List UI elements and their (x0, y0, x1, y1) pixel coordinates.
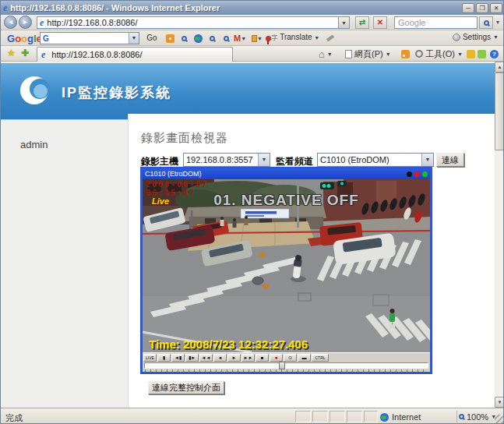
fast-forward-button[interactable]: ►► (241, 354, 255, 362)
tab-favicon: e (41, 50, 45, 59)
capture-button[interactable]: ▬ (298, 354, 311, 362)
content-panel: 錄影畫面檢視器 錄影主機 192.168.0.8:3557 ▼ 監看頻道 C10… (128, 114, 495, 408)
scroll-down-button[interactable]: ▼ (495, 397, 504, 408)
vertical-scrollbar[interactable]: ▲ ▼ (495, 62, 504, 408)
settings-orb-icon (453, 34, 460, 41)
step-forward-button[interactable]: ▮► (185, 354, 199, 362)
video-player: C1010 (EtroDOM) (140, 167, 432, 374)
seek-thumb[interactable] (279, 362, 285, 369)
help-menu-button[interactable]: ? (490, 48, 499, 60)
channel-select-arrow-icon[interactable]: ▼ (421, 154, 433, 166)
status-cell (330, 411, 345, 422)
url-field[interactable]: e http://192.168.0.8:8086/ (37, 16, 339, 29)
search-options-button[interactable]: ▼ (494, 16, 502, 29)
word-find-icon[interactable] (220, 34, 231, 43)
seek-track[interactable] (144, 362, 428, 369)
messenger-icon (467, 50, 475, 58)
scroll-thumb[interactable] (495, 72, 504, 150)
add-favorite-icon[interactable]: ✚ (21, 48, 29, 58)
google-logo: Google (7, 33, 42, 44)
tab-bar: ★ ✚ e http://192.168.0.8:8086/ ⌂▼ 網頁(P)▼… (1, 46, 504, 62)
edit-icon (478, 50, 486, 58)
close-button[interactable]: ✕ (490, 3, 502, 13)
favorites-star-icon[interactable]: ★ (7, 48, 16, 58)
home-button[interactable]: ⌂▼ (319, 48, 333, 60)
title-bar: e http://192.168.0.8:8086/ - Windows Int… (1, 1, 504, 15)
player-title: C1010 (EtroDOM) (145, 170, 202, 178)
zoom-button[interactable]: ⊙ (284, 354, 297, 362)
scroll-up-button[interactable]: ▲ (495, 62, 504, 72)
bookmarks-icon[interactable]: ▼ (252, 34, 263, 43)
google-search-dropdown[interactable]: ▼ (129, 33, 139, 44)
gmail-icon[interactable]: M▼ (234, 34, 245, 43)
messenger-button[interactable] (467, 48, 475, 60)
window-title: http://192.168.0.8:8086/ - Windows Inter… (10, 3, 462, 12)
help-icon: ? (490, 50, 499, 58)
rewind-button[interactable]: ◄◄ (199, 354, 213, 362)
sidebar-username: admin (20, 139, 48, 150)
translate-icon: a字 (268, 34, 277, 41)
url-text: http://192.168.0.8:8086/ (47, 18, 137, 27)
video-display: 2008-06-07 06:45:47 Live 01. NEGATIVE OF… (143, 179, 430, 352)
stop-playback-button[interactable]: ■ (256, 354, 269, 362)
zoom-level: 100% (467, 412, 488, 422)
gear-icon (415, 50, 423, 58)
minimize-button[interactable]: ─ (462, 3, 474, 13)
highlight-search-icon[interactable] (206, 34, 217, 43)
status-led-red (414, 171, 420, 177)
resize-grip[interactable] (495, 415, 504, 424)
tab-title: http://192.168.0.8:8086/ (51, 50, 142, 59)
highlighter-icon[interactable] (325, 34, 336, 43)
full-control-button[interactable]: 連線完整控制介面 (148, 381, 224, 394)
google-earth-icon[interactable] (192, 34, 203, 43)
record-button[interactable]: ● (270, 354, 283, 362)
status-cell (312, 411, 328, 422)
tools-menu-button[interactable]: 工具(O)▼ (415, 48, 463, 60)
google-toolbar: Google G ▼ Go M▼ ▼ a字 Translate ▼ Settin… (1, 30, 504, 46)
ie-icon: e (3, 3, 7, 12)
internet-zone-icon (380, 413, 389, 422)
back-button[interactable]: ◄ (4, 16, 17, 29)
zoom-magnifier-icon (459, 414, 464, 419)
forward-button[interactable]: ► (19, 16, 32, 29)
live-button[interactable]: LIVE (143, 354, 157, 362)
pause-button[interactable]: ▮ (157, 354, 171, 362)
edit-button[interactable] (478, 48, 486, 60)
player-title-bar: C1010 (EtroDOM) (143, 169, 430, 179)
status-cell (295, 411, 311, 422)
status-led-green (422, 171, 428, 177)
search-input[interactable]: Google (394, 16, 478, 29)
host-select[interactable]: 192.168.0.8:3557 ▼ (183, 153, 270, 167)
refresh-button[interactable]: ⇄ (355, 16, 369, 29)
translate-button[interactable]: a字 Translate ▼ (268, 33, 319, 42)
site-search-icon[interactable] (178, 34, 189, 43)
seek-ticks (145, 369, 428, 372)
security-zone: Internet (380, 412, 421, 422)
site-title: IP監控錄影系統 (62, 83, 171, 102)
channel-select-value: C1010 (EtroDOM) (320, 155, 389, 164)
page-icon (345, 50, 352, 58)
settings-button[interactable]: Settings▼ (453, 33, 499, 41)
seek-slider[interactable] (143, 362, 430, 372)
step-back-button[interactable]: ◄▮ (171, 354, 185, 362)
zoom-control[interactable]: 100% ▼ (456, 411, 497, 422)
google-search-box[interactable]: G ▼ (40, 32, 139, 44)
pagerank-icon[interactable] (164, 34, 175, 43)
stop-button[interactable]: ✕ (373, 16, 387, 29)
search-icon (484, 20, 489, 26)
page-menu-button[interactable]: 網頁(P)▼ (345, 48, 391, 60)
url-dropdown-button[interactable]: ▼ (339, 16, 350, 29)
play-button[interactable]: ► (227, 354, 241, 362)
search-button[interactable] (479, 16, 493, 29)
osd-timestamp: Time: 2008/7/23 12:32:27.406 (149, 337, 308, 351)
feed-button[interactable] (401, 48, 410, 60)
viewer-title: 錄影畫面檢視器 (141, 131, 228, 146)
host-select-arrow-icon[interactable]: ▼ (258, 154, 270, 166)
go-button[interactable]: Go (143, 32, 161, 44)
ctrl-button[interactable]: CTRL (312, 354, 329, 362)
tab-active[interactable]: e http://192.168.0.8:8086/ (37, 47, 233, 62)
play-reverse-button[interactable]: ◄ (213, 354, 227, 362)
connect-button[interactable]: 連線 (436, 153, 464, 167)
channel-select[interactable]: C1010 (EtroDOM) ▼ (317, 153, 434, 167)
maximize-button[interactable]: ❐ (476, 3, 488, 13)
